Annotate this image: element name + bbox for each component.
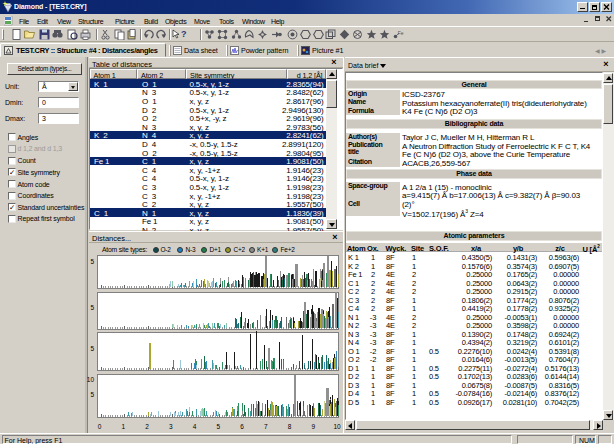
svg-text:Fe: Fe	[398, 30, 404, 36]
